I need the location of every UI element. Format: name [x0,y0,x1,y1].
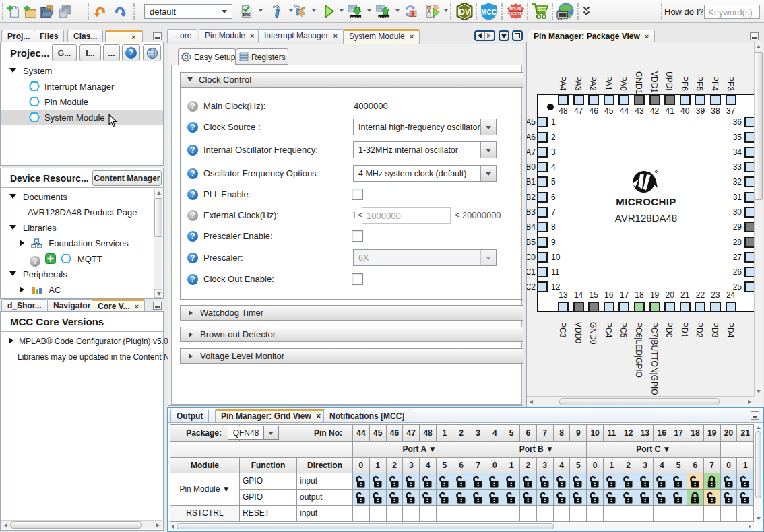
svg-text:3: 3 [428,9,430,13]
svg-text:DISCOVER: DISCOVER [507,11,525,15]
svg-text:MCC: MCC [481,9,497,16]
svg-text:MPLAB: MPLAB [510,7,522,11]
svg-text:DV: DV [459,7,470,17]
svg-text:SRC: SRC [243,13,251,17]
